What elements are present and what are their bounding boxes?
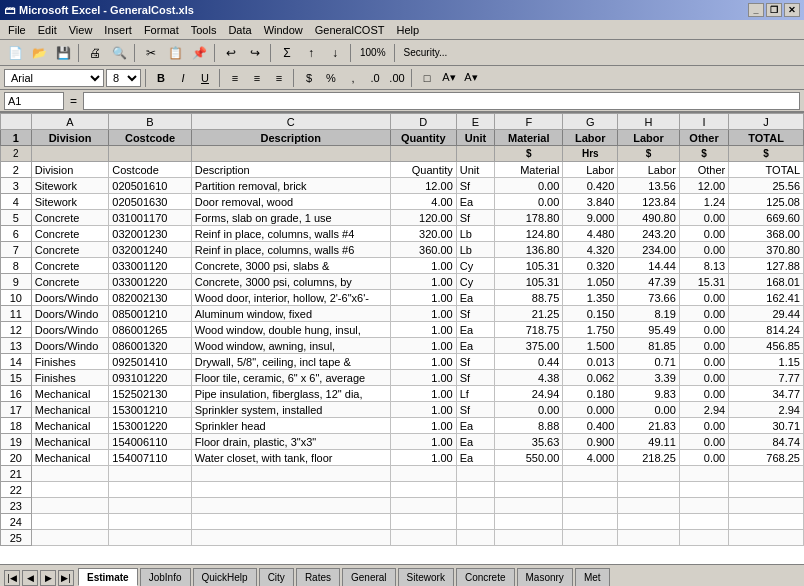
cell-h[interactable]: 218.25 bbox=[618, 450, 680, 466]
tab-general[interactable]: General bbox=[342, 568, 396, 586]
open-button[interactable]: 📂 bbox=[28, 43, 50, 63]
cell-h2[interactable]: $ bbox=[618, 146, 680, 162]
cell-a[interactable]: Sitework bbox=[31, 194, 109, 210]
cell-f1[interactable]: Material bbox=[495, 130, 563, 146]
cell-e2[interactable] bbox=[456, 146, 494, 162]
cell-a[interactable]: Doors/Windo bbox=[31, 322, 109, 338]
row-num[interactable]: 8 bbox=[1, 258, 32, 274]
cell-i[interactable]: 2.94 bbox=[679, 402, 728, 418]
align-right-button[interactable]: ≡ bbox=[269, 69, 289, 87]
cell-g[interactable]: 1.500 bbox=[563, 338, 618, 354]
cell-b[interactable]: 032001240 bbox=[109, 242, 191, 258]
menu-window[interactable]: Window bbox=[258, 22, 309, 38]
row-num[interactable]: 24 bbox=[1, 514, 32, 530]
cell-e[interactable] bbox=[456, 482, 494, 498]
cell-d[interactable] bbox=[390, 530, 456, 546]
underline-button[interactable]: U bbox=[195, 69, 215, 87]
cell-j[interactable]: 30.71 bbox=[729, 418, 804, 434]
tab-sitework[interactable]: Sitework bbox=[398, 568, 454, 586]
tab-rates[interactable]: Rates bbox=[296, 568, 340, 586]
cell-c[interactable] bbox=[191, 498, 390, 514]
cell-i[interactable]: 0.00 bbox=[679, 226, 728, 242]
cell-i[interactable]: 0.00 bbox=[679, 306, 728, 322]
cell-f2[interactable]: $ bbox=[495, 146, 563, 162]
cell-c[interactable]: Wood door, interior, hollow, 2'-6"x6'- bbox=[191, 290, 390, 306]
cell-h[interactable] bbox=[618, 482, 680, 498]
cell-b[interactable]: 082002130 bbox=[109, 290, 191, 306]
tab-city[interactable]: City bbox=[259, 568, 294, 586]
row-num[interactable]: 19 bbox=[1, 434, 32, 450]
cell-h[interactable]: 81.85 bbox=[618, 338, 680, 354]
cell-j[interactable]: 1.15 bbox=[729, 354, 804, 370]
cell-g[interactable]: 0.320 bbox=[563, 258, 618, 274]
font-size-select[interactable]: 8 bbox=[106, 69, 141, 87]
cell-i[interactable]: 15.31 bbox=[679, 274, 728, 290]
row-num[interactable]: 15 bbox=[1, 370, 32, 386]
cell-a[interactable] bbox=[31, 530, 109, 546]
cell-c[interactable]: Partition removal, brick bbox=[191, 178, 390, 194]
cell-b[interactable]: 093101220 bbox=[109, 370, 191, 386]
cell-g[interactable]: 0.400 bbox=[563, 418, 618, 434]
tab-estimate[interactable]: Estimate bbox=[78, 568, 138, 586]
dec-increase-button[interactable]: .0 bbox=[365, 69, 385, 87]
row-num[interactable]: 17 bbox=[1, 402, 32, 418]
row-num[interactable]: 7 bbox=[1, 242, 32, 258]
cell-i[interactable] bbox=[679, 530, 728, 546]
cell-f[interactable]: 105.31 bbox=[495, 258, 563, 274]
row-num[interactable]: 23 bbox=[1, 498, 32, 514]
cell-e[interactable]: Sf bbox=[456, 306, 494, 322]
cell-c[interactable]: Reinf in place, columns, walls #6 bbox=[191, 242, 390, 258]
cell-c[interactable]: Concrete, 3000 psi, columns, by bbox=[191, 274, 390, 290]
cell-d[interactable]: 1.00 bbox=[390, 354, 456, 370]
cell-c[interactable] bbox=[191, 530, 390, 546]
cell-e[interactable]: Sf bbox=[456, 370, 494, 386]
cell-f[interactable]: 0.44 bbox=[495, 354, 563, 370]
cell-c[interactable]: Wood window, double hung, insul, bbox=[191, 322, 390, 338]
cell-h[interactable]: 95.49 bbox=[618, 322, 680, 338]
tab-last-button[interactable]: ▶| bbox=[58, 570, 74, 586]
row-num[interactable]: 4 bbox=[1, 194, 32, 210]
cell-c[interactable]: Door removal, wood bbox=[191, 194, 390, 210]
cell-f[interactable] bbox=[495, 514, 563, 530]
row-num[interactable]: 11 bbox=[1, 306, 32, 322]
row-num[interactable]: 25 bbox=[1, 530, 32, 546]
cell-b[interactable]: 153001210 bbox=[109, 402, 191, 418]
cell-b[interactable]: 020501630 bbox=[109, 194, 191, 210]
cell-i[interactable]: 0.00 bbox=[679, 370, 728, 386]
cell-d[interactable]: 1.00 bbox=[390, 322, 456, 338]
col-header-d[interactable]: D bbox=[390, 114, 456, 130]
row-num[interactable]: 5 bbox=[1, 210, 32, 226]
cell-g1[interactable]: Labor bbox=[563, 130, 618, 146]
save-button[interactable]: 💾 bbox=[52, 43, 74, 63]
cell-a[interactable]: Concrete bbox=[31, 258, 109, 274]
cell-j[interactable]: 127.88 bbox=[729, 258, 804, 274]
cell-j[interactable] bbox=[729, 498, 804, 514]
cell-d[interactable]: 1.00 bbox=[390, 450, 456, 466]
cell-h[interactable]: 73.66 bbox=[618, 290, 680, 306]
cell-f[interactable]: 8.88 bbox=[495, 418, 563, 434]
cell-c[interactable]: Drywall, 5/8", ceiling, incl tape & bbox=[191, 354, 390, 370]
dec-decrease-button[interactable]: .00 bbox=[387, 69, 407, 87]
cell-h[interactable]: Labor bbox=[618, 162, 680, 178]
cell-d1[interactable]: Quantity bbox=[390, 130, 456, 146]
cell-e[interactable]: Sf bbox=[456, 210, 494, 226]
cell-a[interactable]: Concrete bbox=[31, 242, 109, 258]
cell-f[interactable]: 718.75 bbox=[495, 322, 563, 338]
cell-c[interactable]: Reinf in place, columns, walls #4 bbox=[191, 226, 390, 242]
currency-button[interactable]: $ bbox=[299, 69, 319, 87]
cell-b[interactable]: 153001220 bbox=[109, 418, 191, 434]
cell-b[interactable]: 085001210 bbox=[109, 306, 191, 322]
cell-f[interactable] bbox=[495, 498, 563, 514]
cell-f[interactable]: 375.00 bbox=[495, 338, 563, 354]
row-num[interactable]: 14 bbox=[1, 354, 32, 370]
cell-d[interactable] bbox=[390, 514, 456, 530]
cell-g[interactable]: 1.750 bbox=[563, 322, 618, 338]
cell-g[interactable]: Labor bbox=[563, 162, 618, 178]
cell-h[interactable] bbox=[618, 514, 680, 530]
cell-c[interactable] bbox=[191, 514, 390, 530]
cell-d[interactable]: 1.00 bbox=[390, 418, 456, 434]
cell-c[interactable]: Sprinkler system, installed bbox=[191, 402, 390, 418]
menu-generalcost[interactable]: GeneralCOST bbox=[309, 22, 391, 38]
row-num[interactable]: 22 bbox=[1, 482, 32, 498]
cell-f[interactable]: 550.00 bbox=[495, 450, 563, 466]
